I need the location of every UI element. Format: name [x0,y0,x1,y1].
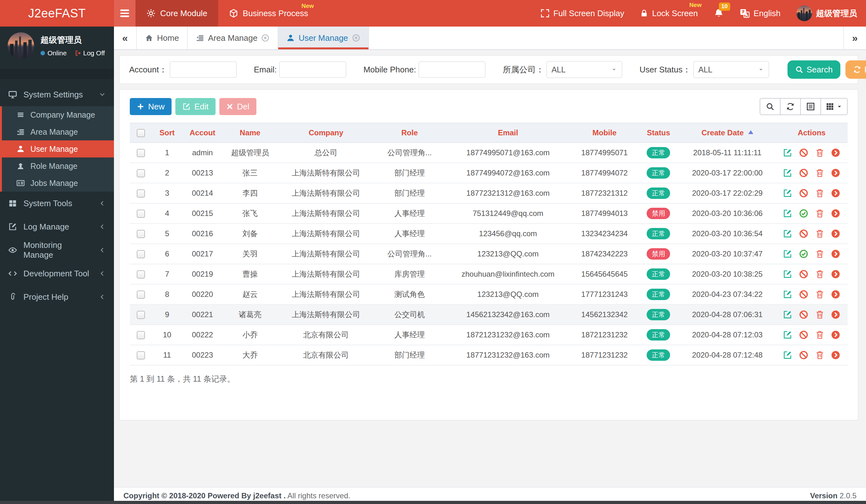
row-delete-icon[interactable] [815,310,824,319]
tabs-scroll-left-button[interactable]: « [114,26,137,49]
sidebar-item-monitoring-manage[interactable]: Monitoring Manage [0,238,114,262]
sidebar-item-system-settings[interactable]: System Settings [0,83,114,106]
row-checkbox[interactable] [137,230,145,238]
row-delete-icon[interactable] [815,330,824,340]
module-tab-core[interactable]: Core Module [135,0,218,26]
reset-button[interactable]: Reset [845,60,866,79]
table-row[interactable]: 3 00214 李四 上海法斯特有限公司 部门经理 18772321312@16… [130,183,848,203]
row-delete-icon[interactable] [815,168,824,178]
row-more-icon[interactable] [831,249,840,259]
row-disable-icon[interactable] [799,229,808,238]
table-row[interactable]: 6 00217 关羽 上海法斯特有限公司 公司管理角... 123213@QQ.… [130,244,848,264]
row-checkbox[interactable] [137,331,145,339]
new-button[interactable]: New [130,98,171,115]
logoff-button[interactable]: Log Off [75,49,105,57]
row-more-icon[interactable] [831,290,840,299]
row-disable-icon[interactable] [799,310,808,319]
module-tab-business[interactable]: Business Process New [218,0,319,26]
row-more-icon[interactable] [831,168,840,178]
detail-view-button[interactable] [800,98,821,115]
close-icon[interactable] [352,34,360,42]
edit-button[interactable]: Edit [175,98,215,115]
toggle-search-button[interactable] [760,98,780,115]
lock-screen-button[interactable]: Lock Screen New [640,9,698,18]
tab-home[interactable]: Home [137,26,188,49]
row-delete-icon[interactable] [815,350,824,360]
sidebar-item-project-help[interactable]: Project Help [0,285,114,309]
email-input[interactable] [279,61,346,78]
row-edit-icon[interactable] [783,148,792,158]
row-delete-icon[interactable] [815,249,824,259]
select-all-checkbox[interactable] [137,129,145,137]
sidebar-item-development-tool[interactable]: Development Tool [0,262,114,285]
row-disable-icon[interactable] [799,270,808,279]
row-more-icon[interactable] [831,209,840,218]
row-more-icon[interactable] [831,148,840,158]
row-checkbox[interactable] [137,250,145,258]
row-more-icon[interactable] [831,310,840,319]
row-checkbox[interactable] [137,270,145,278]
row-delete-icon[interactable] [815,209,824,218]
row-checkbox[interactable] [137,311,145,319]
table-row[interactable]: 5 00216 刘备 上海法斯特有限公司 人事经理 123456@qq.com … [130,224,848,244]
brand-logo[interactable]: J2eeFAST [0,0,114,26]
sidebar-toggle-button[interactable] [114,0,135,26]
row-more-icon[interactable] [831,330,840,340]
row-disable-icon[interactable] [799,350,808,360]
close-icon[interactable] [261,34,269,42]
row-edit-icon[interactable] [783,249,792,259]
sidebar-item-company-manage[interactable]: Company Manage [2,106,114,123]
row-disable-icon[interactable] [799,148,808,158]
refresh-button[interactable] [780,98,801,115]
account-input[interactable] [170,61,237,78]
row-edit-icon[interactable] [783,188,792,198]
row-enable-icon[interactable] [799,249,808,259]
sidebar-item-user-manage[interactable]: User Manage [2,140,114,158]
search-button[interactable]: Search [788,60,840,79]
row-more-icon[interactable] [831,270,840,279]
row-checkbox[interactable] [137,351,145,359]
sidebar-item-log-manage[interactable]: Log Manage [0,215,114,238]
row-edit-icon[interactable] [783,350,792,360]
table-row[interactable]: 9 00221 诸葛亮 上海法斯特有限公司 公交司机 14562132342@1… [130,305,848,325]
notifications-button[interactable]: 10 [714,8,724,18]
row-disable-icon[interactable] [799,290,808,299]
row-more-icon[interactable] [831,229,840,238]
tabs-scroll-right-button[interactable]: » [843,26,866,49]
row-edit-icon[interactable] [783,209,792,218]
row-edit-icon[interactable] [783,330,792,340]
row-disable-icon[interactable] [799,330,808,340]
fullscreen-button[interactable]: Full Screen Display [541,9,624,18]
table-row[interactable]: 1 admin 超级管理员 总公司 公司管理角... 18774995071@1… [130,142,848,163]
row-enable-icon[interactable] [799,209,808,218]
mobile-input[interactable] [419,61,486,78]
row-checkbox[interactable] [137,149,145,157]
row-more-icon[interactable] [831,188,840,198]
row-edit-icon[interactable] [783,229,792,238]
row-edit-icon[interactable] [783,168,792,178]
company-select[interactable]: ALL [546,61,622,78]
language-selector[interactable]: English [740,8,780,18]
table-row[interactable]: 11 00223 大乔 北京有限公司 部门经理 18771231232@163.… [130,345,848,365]
row-disable-icon[interactable] [799,168,808,178]
row-delete-icon[interactable] [815,229,824,238]
row-checkbox[interactable] [137,190,145,198]
del-button[interactable]: Del [219,98,256,115]
row-checkbox[interactable] [137,210,145,218]
table-row[interactable]: 2 00213 张三 上海法斯特有限公司 部门经理 18774994072@16… [130,163,848,183]
table-row[interactable]: 10 00222 小乔 北京有限公司 人事经理 18721231232@163.… [130,325,848,345]
table-row[interactable]: 8 00220 赵云 上海法斯特有限公司 测试角色 123213@QQ.com … [130,284,848,305]
row-more-icon[interactable] [831,350,840,360]
sidebar-item-role-manage[interactable]: Role Manage [2,158,114,174]
sidebar-item-system-tools[interactable]: System Tools [0,192,114,215]
columns-button[interactable] [820,98,848,115]
row-delete-icon[interactable] [815,148,824,158]
sidebar-item-jobs-manage[interactable]: Jobs Manage [2,174,114,192]
row-disable-icon[interactable] [799,188,808,198]
row-delete-icon[interactable] [815,290,824,299]
row-edit-icon[interactable] [783,310,792,319]
table-row[interactable]: 7 00219 曹操 上海法斯特有限公司 库房管理 zhouhuan@lixin… [130,264,848,284]
table-row[interactable]: 4 00215 张飞 上海法斯特有限公司 人事经理 751312449@qq.c… [130,203,848,224]
row-edit-icon[interactable] [783,270,792,279]
row-delete-icon[interactable] [815,270,824,279]
